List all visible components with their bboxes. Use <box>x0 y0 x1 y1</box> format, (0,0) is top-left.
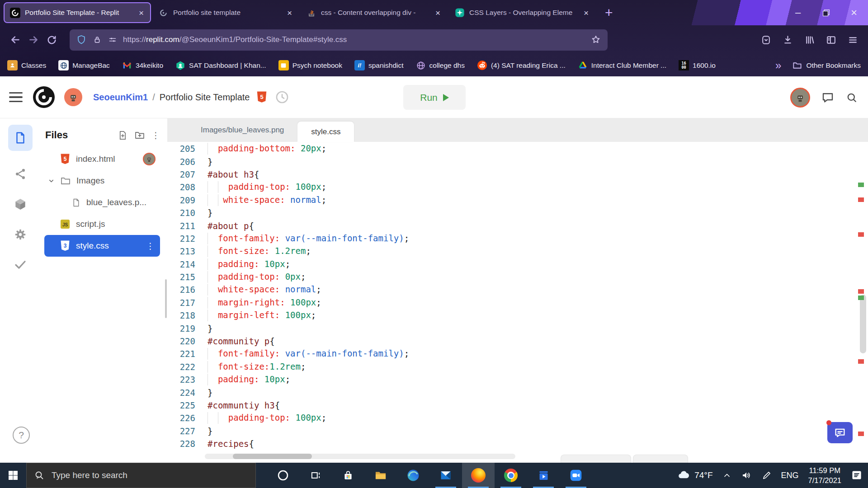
replit-menu-icon[interactable] <box>9 92 23 103</box>
version-control-icon[interactable] <box>14 167 27 181</box>
chat-fab-button[interactable] <box>827 422 853 443</box>
taskbar-app-taskview[interactable] <box>299 463 332 488</box>
file-tree-item-style-css[interactable]: 3style.css⋮ <box>44 235 160 257</box>
ruler-mark-red <box>858 197 864 202</box>
bookmark-star-icon[interactable] <box>590 34 601 45</box>
bookmark-item[interactable]: Interact Club Member ... <box>578 61 666 70</box>
browser-tab[interactable]: Portfolio Site Template - Replit× <box>5 3 150 22</box>
browser-tab[interactable]: css - Content overlapping div -× <box>301 3 447 22</box>
bookmark-item[interactable]: Psych notebook <box>278 60 342 70</box>
weather-widget[interactable]: 74°F <box>677 469 712 482</box>
breadcrumb-username[interactable]: SeoeunKim1 <box>93 92 148 103</box>
collapsed-panel[interactable] <box>633 455 688 463</box>
taskbar-app-explorer[interactable] <box>364 463 397 488</box>
code-line: 211#about p{ <box>167 219 853 232</box>
bookmark-item[interactable]: i!spanishdict <box>354 60 404 70</box>
code-editor[interactable]: 205 padding-bottom: 20px;206}207#about h… <box>167 142 853 452</box>
action-center-icon[interactable] <box>851 469 863 481</box>
permissions-sliders-icon[interactable] <box>108 35 118 45</box>
lock-icon[interactable] <box>92 35 102 45</box>
file-tree-item-script-js[interactable]: JSscript.js <box>41 213 167 235</box>
chevron-down-icon[interactable] <box>48 178 55 184</box>
bookmark-item[interactable]: 34keikito <box>122 61 163 70</box>
taskbar-app-firefox[interactable] <box>462 463 495 488</box>
new-tab-button[interactable]: + <box>605 6 613 19</box>
presence-avatar[interactable] <box>790 88 810 108</box>
system-tray: 74°F ENG 11:59 PM 7/17/2021 <box>677 463 868 488</box>
collapsed-panel[interactable] <box>561 455 631 463</box>
minimize-button[interactable]: – <box>784 0 812 25</box>
bookmarks-overflow-chevron[interactable]: » <box>775 59 780 72</box>
code-line: 209 white-space: normal; <box>167 194 853 206</box>
pen-icon[interactable] <box>761 470 772 481</box>
tab-close-icon[interactable]: × <box>136 9 146 17</box>
tab-close-icon[interactable]: × <box>433 9 443 17</box>
ruler-mark-red <box>858 359 864 364</box>
downloads-icon[interactable] <box>778 31 797 49</box>
tab-close-icon[interactable]: × <box>284 9 295 17</box>
taskbar-app-movies[interactable] <box>527 463 560 488</box>
user-avatar[interactable] <box>64 88 82 106</box>
files-scrollbar[interactable] <box>165 279 167 318</box>
tab-close-icon[interactable]: × <box>581 9 591 17</box>
taskbar-app-mail[interactable] <box>429 463 462 488</box>
close-button[interactable]: × <box>840 0 868 25</box>
reload-icon[interactable] <box>42 31 61 49</box>
taskbar-app-edge[interactable] <box>397 463 429 488</box>
packages-icon[interactable] <box>13 197 28 211</box>
bookmark-item[interactable]: college dhs <box>416 61 465 70</box>
taskbar-app-chrome[interactable] <box>495 463 527 488</box>
files-rail-button[interactable] <box>8 125 33 151</box>
clock[interactable]: 11:59 PM 7/17/2021 <box>808 465 841 486</box>
file-tree-item-images[interactable]: Images <box>41 170 167 192</box>
url-bar[interactable]: https://replit.com/@SeoeunKim1/Portfolio… <box>70 29 608 51</box>
bookmark-item[interactable]: Classes <box>7 60 46 70</box>
other-bookmarks-button[interactable]: Other Bookmarks <box>792 60 861 70</box>
checkmark-icon[interactable] <box>14 258 27 271</box>
replit-logo[interactable] <box>33 86 55 108</box>
history-icon[interactable] <box>275 90 289 104</box>
file-tree-item-index-html[interactable]: 5index.html <box>41 148 167 170</box>
chat-icon[interactable] <box>821 91 835 104</box>
file-kebab-icon[interactable]: ⋮ <box>146 242 155 250</box>
forward-icon[interactable] <box>24 31 42 49</box>
browser-tab[interactable]: Portfolio site template× <box>153 3 298 22</box>
add-file-icon[interactable] <box>118 130 128 141</box>
editor-tab[interactable]: style.css <box>297 122 354 142</box>
browser-tab[interactable]: CSS Layers - Overlapping Eleme× <box>449 3 595 22</box>
settings-gear-icon[interactable] <box>14 228 27 241</box>
back-icon[interactable] <box>6 31 24 49</box>
sidebar-toggle-icon[interactable] <box>822 31 840 49</box>
tracking-shield-icon[interactable] <box>76 34 87 45</box>
help-button[interactable]: ? <box>13 427 30 444</box>
taskbar-app-zoomapp[interactable] <box>560 463 592 488</box>
file-tree-item-blue-leaves-p-[interactable]: blue_leaves.p... <box>41 192 167 213</box>
taskbar-app-store[interactable] <box>332 463 364 488</box>
code-line: 222 font-size:1.2rem; <box>167 361 853 373</box>
add-folder-icon[interactable] <box>134 130 145 141</box>
bookmark-item[interactable]: 16001600.io <box>679 60 716 70</box>
editor-horizontal-scrollbar[interactable] <box>205 454 515 459</box>
bookmark-item[interactable]: SAT Dashboard | Khan... <box>175 61 266 70</box>
tray-chevron-up-icon[interactable] <box>722 471 731 480</box>
breadcrumb-project[interactable]: Portfolio Site Template <box>160 92 250 103</box>
editor-vertical-scrollbar[interactable] <box>860 295 866 353</box>
restore-button[interactable] <box>812 0 840 25</box>
language-indicator[interactable]: ENG <box>781 471 799 480</box>
editor-tab[interactable]: Images/blue_leaves.png <box>187 118 297 142</box>
files-menu-kebab-icon[interactable]: ⋮ <box>151 131 160 140</box>
start-button[interactable] <box>0 463 26 488</box>
code-line: 228#recipes{ <box>167 437 853 450</box>
library-icon[interactable] <box>800 31 818 49</box>
bookmark-item[interactable]: ManageBac <box>58 60 110 70</box>
run-button[interactable]: Run <box>403 85 466 110</box>
search-icon[interactable] <box>845 91 858 104</box>
taskbar-search-input[interactable]: Type here to search <box>26 463 256 488</box>
file-file-icon <box>71 197 81 208</box>
protections-icon[interactable] <box>757 31 775 49</box>
volume-icon[interactable] <box>741 470 752 481</box>
menu-hamburger-icon[interactable] <box>844 31 862 49</box>
url-text[interactable]: https://replit.com/@SeoeunKim1/Portfolio… <box>123 35 585 44</box>
taskbar-app-cortana[interactable] <box>267 463 299 488</box>
bookmark-item[interactable]: (4) SAT reading Erica ... <box>477 60 566 70</box>
